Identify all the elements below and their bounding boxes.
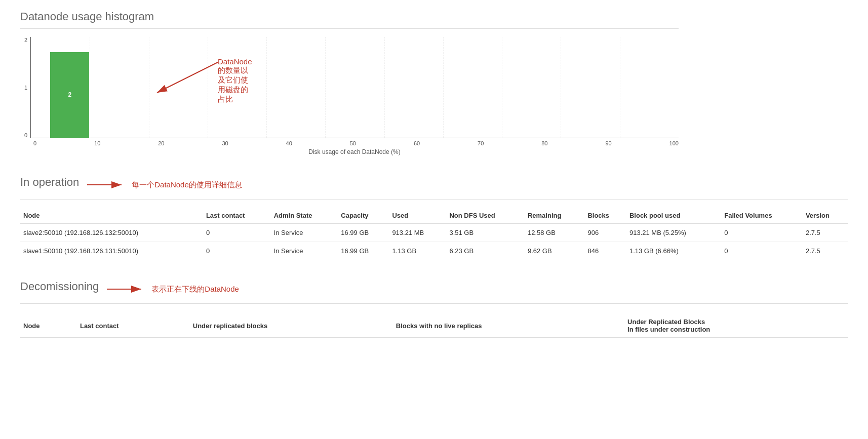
x-label-50: 50 <box>350 140 356 146</box>
row-1-cell-6: 9.62 GB <box>525 242 585 260</box>
decomissioning-annotation: 表示正在下线的DataNode <box>107 284 239 294</box>
row-0-cell-1: 0 <box>203 224 271 242</box>
row-1-cell-5: 6.23 GB <box>446 242 524 260</box>
row-0-cell-2: In Service <box>271 224 338 242</box>
decomissioning-section: Decomissioning 表示正在下线的DataNode Node Last… <box>20 280 848 338</box>
in-operation-header-row: Node Last contact Admin State Capacity U… <box>20 208 848 224</box>
col-remaining: Remaining <box>525 208 585 224</box>
grid-line-90 <box>561 37 561 138</box>
row-1-cell-9: 0 <box>721 242 803 260</box>
x-label-0: 0 <box>33 140 36 146</box>
svg-line-1 <box>157 62 218 93</box>
table-row: slave2:50010 (192.168.126.132:50010)0In … <box>20 224 848 242</box>
in-operation-arrow-svg <box>87 180 128 190</box>
dcol-under-replicated: Under replicated blocks <box>190 314 393 338</box>
row-1-cell-1: 0 <box>203 242 271 260</box>
row-0-cell-7: 906 <box>584 224 626 242</box>
x-axis-labels: 0 10 20 30 40 50 60 70 80 90 100 <box>20 140 679 146</box>
dcol-node: Node <box>20 314 77 338</box>
x-label-10: 10 <box>94 140 100 146</box>
histogram-annotation-text: DataNode的数量以及它们使用磁盘的占比 <box>218 57 252 104</box>
table-row: slave1:50010 (192.168.126.131:50010)0In … <box>20 242 848 260</box>
chart-area: 2 <box>30 37 679 138</box>
row-1-cell-0: slave1:50010 (192.168.126.131:50010) <box>20 242 203 260</box>
decomissioning-header: Decomissioning 表示正在下线的DataNode <box>20 280 848 298</box>
row-1-cell-3: 16.99 GB <box>338 242 389 260</box>
in-operation-thead: Node Last contact Admin State Capacity U… <box>20 208 848 224</box>
row-1-cell-4: 1.13 GB <box>389 242 446 260</box>
col-capacity: Capacity <box>338 208 389 224</box>
row-0-cell-8: 913.21 MB (5.25%) <box>626 224 721 242</box>
x-label-70: 70 <box>478 140 484 146</box>
grid-line-100 <box>620 37 620 138</box>
histogram-section: Datanode usage histogram 2 1 0 2 <box>20 10 679 155</box>
row-0-cell-3: 16.99 GB <box>338 224 389 242</box>
in-operation-divider <box>20 199 848 199</box>
col-version: Version <box>803 208 848 224</box>
col-blocks: Blocks <box>584 208 626 224</box>
row-0-cell-6: 12.58 GB <box>525 224 585 242</box>
grid-line-40 <box>266 37 267 138</box>
x-label-40: 40 <box>286 140 292 146</box>
dcol-under-replicated-construction: Under Replicated Blocks In files under c… <box>624 314 848 338</box>
row-0-cell-5: 3.51 GB <box>446 224 524 242</box>
row-0-cell-0: slave2:50010 (192.168.126.132:50010) <box>20 224 203 242</box>
decomissioning-header-row: Node Last contact Under replicated block… <box>20 314 848 338</box>
in-operation-annotation-text: 每一个DataNode的使用详细信息 <box>132 180 242 190</box>
x-label-80: 80 <box>541 140 547 146</box>
grid-line-20 <box>149 37 149 138</box>
x-label-100: 100 <box>669 140 679 146</box>
in-operation-tbody: slave2:50010 (192.168.126.132:50010)0In … <box>20 224 848 260</box>
row-1-cell-7: 846 <box>584 242 626 260</box>
col-last-contact: Last contact <box>203 208 271 224</box>
y-label-2: 2 <box>20 37 27 43</box>
row-1-cell-10: 2.7.5 <box>803 242 848 260</box>
col-non-dfs-used: Non DFS Used <box>446 208 524 224</box>
decomissioning-arrow-svg <box>107 284 147 294</box>
col-admin-state: Admin State <box>271 208 338 224</box>
histogram-title: Datanode usage histogram <box>20 10 679 23</box>
in-operation-header: In operation 每一个DataNode的使用详细信息 <box>20 176 848 194</box>
histogram-annotation: DataNode的数量以及它们使用磁盘的占比 <box>152 57 233 98</box>
row-1-cell-8: 1.13 GB (6.66%) <box>626 242 721 260</box>
y-axis-labels: 2 1 0 <box>20 37 30 138</box>
in-operation-title: In operation <box>20 176 79 189</box>
decomissioning-title: Decomissioning <box>20 280 99 293</box>
x-label-60: 60 <box>414 140 420 146</box>
y-label-0: 0 <box>20 132 27 138</box>
decomissioning-thead: Node Last contact Under replicated block… <box>20 314 848 338</box>
decomissioning-annotation-text: 表示正在下线的DataNode <box>151 285 239 294</box>
row-0-cell-4: 913.21 MB <box>389 224 446 242</box>
x-label-20: 20 <box>158 140 164 146</box>
in-operation-table: Node Last contact Admin State Capacity U… <box>20 208 848 260</box>
dcol-last-contact: Last contact <box>77 314 190 338</box>
col-used: Used <box>389 208 446 224</box>
col-failed-volumes: Failed Volumes <box>721 208 803 224</box>
histogram-bar: 2 <box>50 52 89 138</box>
x-axis-title: Disk usage of each DataNode (%) <box>20 148 679 155</box>
in-operation-annotation: 每一个DataNode的使用详细信息 <box>87 180 242 190</box>
row-0-cell-10: 2.7.5 <box>803 224 848 242</box>
y-label-1: 1 <box>20 85 27 91</box>
row-0-cell-9: 0 <box>721 224 803 242</box>
decomissioning-table: Node Last contact Under replicated block… <box>20 314 848 338</box>
dcol-no-live-replicas: Blocks with no live replicas <box>393 314 624 338</box>
col-node: Node <box>20 208 203 224</box>
decomissioning-divider <box>20 303 848 304</box>
grid-line-10 <box>90 37 90 138</box>
x-label-30: 30 <box>222 140 228 146</box>
grid-line-50 <box>325 37 326 138</box>
grid-line-60 <box>384 37 385 138</box>
x-label-90: 90 <box>605 140 611 146</box>
histogram-divider <box>20 28 679 29</box>
grid-line-80 <box>502 37 502 138</box>
col-block-pool-used: Block pool used <box>626 208 721 224</box>
in-operation-section: In operation 每一个DataNode的使用详细信息 Node Las… <box>20 176 848 260</box>
grid-line-70 <box>443 37 444 138</box>
row-1-cell-2: In Service <box>271 242 338 260</box>
